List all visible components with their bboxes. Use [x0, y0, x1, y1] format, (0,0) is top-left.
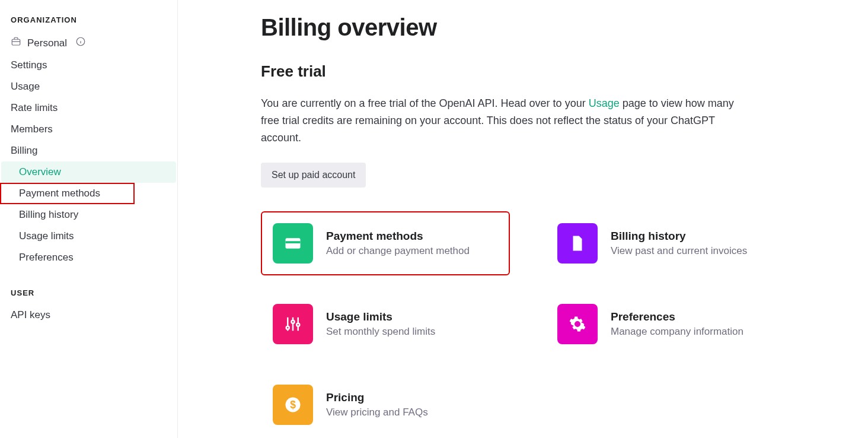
sidebar-item-label: API keys: [11, 309, 50, 321]
card-text: Usage limits Set monthly spend limits: [326, 310, 435, 338]
dollar-icon: $: [273, 385, 313, 425]
desc-text-before: You are currently on a free trial of the…: [261, 97, 589, 109]
sidebar-item-settings[interactable]: Settings: [0, 55, 177, 76]
sidebar-subitem-billing-history[interactable]: Billing history: [0, 204, 177, 226]
card-preferences[interactable]: Preferences Manage company information: [545, 292, 794, 356]
sidebar-header-organization: ORGANIZATION: [0, 12, 177, 31]
card-subtitle: View pricing and FAQs: [326, 407, 428, 418]
credit-card-icon: [273, 223, 313, 264]
card-payment-methods[interactable]: Payment methods Add or change payment me…: [261, 211, 510, 275]
card-title: Usage limits: [326, 310, 435, 323]
svg-rect-5: [286, 242, 301, 244]
sidebar-subitem-preferences[interactable]: Preferences: [0, 247, 177, 268]
card-text: Payment methods Add or change payment me…: [326, 230, 470, 257]
sidebar-item-members[interactable]: Members: [0, 119, 177, 140]
briefcase-icon: [11, 36, 21, 50]
sidebar-item-label: Payment methods: [19, 188, 100, 199]
sidebar-item-rate-limits[interactable]: Rate limits: [0, 97, 177, 119]
card-text: Pricing View pricing and FAQs: [326, 391, 428, 418]
card-title: Billing history: [611, 230, 747, 243]
sidebar-item-usage[interactable]: Usage: [0, 76, 177, 97]
gear-icon: [557, 304, 598, 344]
sidebar-item-label: Usage: [11, 81, 40, 93]
sidebar-header-user: USER: [0, 285, 177, 304]
sidebar-item-label: Settings: [11, 59, 47, 71]
sidebar-item-label: Overview: [19, 166, 61, 178]
card-usage-limits[interactable]: Usage limits Set monthly spend limits: [261, 292, 510, 356]
billing-cards: Payment methods Add or change payment me…: [261, 211, 832, 437]
sliders-icon: [273, 304, 313, 344]
sidebar-item-label: Preferences: [19, 252, 74, 264]
sidebar-item-api-keys[interactable]: API keys: [0, 304, 177, 326]
sidebar-subitem-usage-limits[interactable]: Usage limits: [0, 226, 177, 247]
card-text: Billing history View past and current in…: [611, 230, 747, 257]
sidebar-item-label: Billing history: [19, 209, 78, 221]
card-subtitle: Set monthly spend limits: [326, 326, 435, 338]
main-content: Billing overview Free trial You are curr…: [178, 0, 868, 438]
card-text: Preferences Manage company information: [611, 310, 743, 338]
section-description: You are currently on a free trial of the…: [261, 95, 747, 146]
info-icon[interactable]: [75, 36, 86, 50]
card-pricing[interactable]: $ Pricing View pricing and FAQs: [261, 373, 510, 437]
card-subtitle: Add or change payment method: [326, 245, 470, 257]
sidebar-item-label: Rate limits: [11, 102, 58, 114]
section-title: Free trial: [261, 62, 832, 81]
sidebar-item-label: Billing: [11, 145, 37, 157]
sidebar-item-personal[interactable]: Personal: [0, 31, 177, 55]
sidebar-subitem-payment-methods[interactable]: Payment methods: [0, 183, 135, 204]
sidebar-item-billing[interactable]: Billing: [0, 140, 177, 161]
sidebar-item-label: Members: [11, 123, 53, 135]
card-subtitle: Manage company information: [611, 326, 743, 338]
svg-text:$: $: [290, 399, 296, 411]
sidebar: ORGANIZATION Personal Settings Usage Rat…: [0, 0, 178, 438]
card-title: Payment methods: [326, 230, 470, 243]
card-title: Preferences: [611, 310, 743, 323]
svg-rect-0: [12, 39, 20, 45]
sidebar-subitem-overview[interactable]: Overview: [1, 161, 176, 183]
setup-paid-account-button[interactable]: Set up paid account: [261, 163, 366, 188]
usage-link[interactable]: Usage: [589, 97, 620, 109]
card-billing-history[interactable]: Billing history View past and current in…: [545, 211, 794, 275]
sidebar-item-label: Personal: [27, 37, 67, 49]
card-subtitle: View past and current invoices: [611, 245, 747, 257]
sidebar-item-label: Usage limits: [19, 230, 74, 242]
document-icon: [557, 223, 598, 264]
card-title: Pricing: [326, 391, 428, 404]
page-title: Billing overview: [261, 14, 832, 41]
